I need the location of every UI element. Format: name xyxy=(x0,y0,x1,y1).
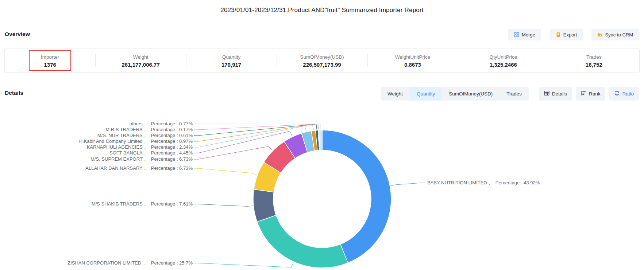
stat-value: 0.8673 xyxy=(404,62,421,68)
ratio-icon xyxy=(614,90,620,97)
pie-label: SOFT BANGLA，Percentage : 4.45% xyxy=(109,150,193,156)
importer-highlight-box xyxy=(29,50,71,71)
pie-label-percentage: Percentage : 6.73% xyxy=(151,156,193,162)
details-heading: Details xyxy=(5,90,23,96)
pie-label-name: M/S. NUR TRADERS， xyxy=(97,133,147,138)
pie-leader-line xyxy=(391,183,425,186)
page-title: 2023/01/01-2023/12/31,Product AND"fruit"… xyxy=(0,7,644,14)
overview-actions: Merge Export Sync to CRM xyxy=(508,29,639,40)
stat-label: Trades xyxy=(586,54,602,60)
merge-button[interactable]: Merge xyxy=(508,29,541,40)
details-view-button[interactable]: Details xyxy=(539,87,572,101)
stat-value: 261,177,006.77 xyxy=(122,62,159,68)
stat-label: QtyUnitPrice xyxy=(489,54,517,60)
pie-label-name: M/S SHAKIB TRADERS， xyxy=(92,201,147,207)
pie-label: M/S. SUPREM EXPORT，Percentage : 6.73% xyxy=(90,156,193,163)
pie-label-name: M.R.S TRADERS， xyxy=(105,127,147,132)
pie-label-percentage: Percentage : 0.97% xyxy=(151,138,193,144)
tab-weight[interactable]: Weight xyxy=(381,87,410,101)
pie-leader-line xyxy=(194,124,317,136)
stat-label: Quantity xyxy=(222,54,240,60)
pie-label-percentage: Percentage : 0.61% xyxy=(151,133,193,138)
pie-label-name: BABY NUTRITION LIMITED， xyxy=(427,180,492,185)
overview-heading: Overview xyxy=(5,31,30,38)
stat-sum-of-money: SumOfMoney(USD) 226,507,173.99 xyxy=(277,48,367,73)
stat-weight: Weight 261,177,006.77 xyxy=(95,48,186,73)
pie-chart-svg xyxy=(0,102,644,270)
pie-label-name: ZISHAN CORPORATION LIMITED.， xyxy=(68,260,147,266)
pie-label-percentage: Percentage : 6.73% xyxy=(151,165,193,171)
pie-leader-line xyxy=(194,262,293,267)
pie-label-name: H.Kabir And Company Limited， xyxy=(79,138,147,144)
stat-trades: Trades 16,752 xyxy=(549,48,639,73)
pie-label-percentage: Percentage : 7.61% xyxy=(151,201,193,207)
pie-label-percentage: Percentage : 0.77% xyxy=(151,121,193,126)
overview-stats-card: Importer 1376 Weight 261,177,006.77 Quan… xyxy=(4,48,640,73)
pie-leader-line xyxy=(194,168,257,175)
stat-label: Importer xyxy=(41,54,59,60)
pie-label: ZISHAN CORPORATION LIMITED.，Percentage :… xyxy=(68,260,193,266)
stat-qty-unit-price: QtyUnitPrice 1,325.2466 xyxy=(458,48,548,73)
export-button[interactable]: Export xyxy=(550,29,583,40)
merge-button-label: Merge xyxy=(522,32,535,38)
pie-label-name: M/S. SUPREM EXPORT， xyxy=(90,156,147,162)
pie-label-percentage: Percentage : 0.17% xyxy=(151,127,193,132)
pie-leader-line xyxy=(194,204,253,206)
pie-label-name: KARNAPHULI AGENCIES， xyxy=(87,144,147,150)
sync-to-crm-button[interactable]: Sync to CRM xyxy=(591,29,639,40)
table-icon xyxy=(544,90,549,97)
pie-label: BABY NUTRITION LIMITED，Percentage : 43.9… xyxy=(427,180,540,186)
export-button-label: Export xyxy=(563,32,577,38)
tab-sum-of-money[interactable]: SumOfMoney(USD) xyxy=(442,87,500,101)
pie-label: H.Kabir And Company Limited，Percentage :… xyxy=(79,138,193,145)
stat-weight-unit-price: WeightUnitPrice 0.8673 xyxy=(367,48,458,73)
pie-label-percentage: Percentage : 43.92% xyxy=(495,180,540,185)
pie-label-name: ALLAHAR DAN NARSARY， xyxy=(85,165,147,171)
details-controls: Weight Quantity SumOfMoney(USD) Trades D… xyxy=(381,87,639,101)
ratio-view-button[interactable]: Ratio xyxy=(609,87,639,101)
pie-label: others，Percentage : 0.77% xyxy=(130,121,193,127)
importer-ratio-donut-chart: BABY NUTRITION LIMITED，Percentage : 43.9… xyxy=(0,102,644,270)
stat-label: Weight xyxy=(133,54,149,60)
rank-view-button-label: Rank xyxy=(589,91,601,97)
details-view-button-label: Details xyxy=(552,91,567,97)
pie-label-name: SOFT BANGLA， xyxy=(109,150,147,156)
stat-value: 170,917 xyxy=(221,62,241,68)
stat-value: 1,325.2466 xyxy=(490,62,517,68)
merge-icon xyxy=(514,32,519,37)
sync-to-crm-button-label: Sync to CRM xyxy=(605,32,633,38)
sync-crm-icon xyxy=(597,32,602,37)
view-button-group: Details Rank xyxy=(539,87,639,101)
pie-label: M/S SHAKIB TRADERS，Percentage : 7.61% xyxy=(92,201,193,207)
stat-label: WeightUnitPrice xyxy=(395,54,431,60)
stat-importer: Importer 1376 xyxy=(5,48,95,73)
tab-trades[interactable]: Trades xyxy=(500,87,529,101)
stat-quantity: Quantity 170,917 xyxy=(186,48,277,73)
rank-icon xyxy=(581,90,586,97)
pie-segment[interactable] xyxy=(257,215,348,268)
pie-leader-line xyxy=(194,146,272,159)
pie-label-percentage: Percentage : 2.34% xyxy=(151,144,193,150)
export-icon xyxy=(556,32,561,37)
pie-label: M/S. NUR TRADERS，Percentage : 0.61% xyxy=(97,132,193,139)
metric-tab-group: Weight Quantity SumOfMoney(USD) Trades xyxy=(381,87,529,101)
pie-label: KARNAPHULI AGENCIES，Percentage : 2.34% xyxy=(87,144,193,150)
pie-segment[interactable] xyxy=(322,130,391,263)
pie-label-percentage: Percentage : 25.7% xyxy=(151,260,193,266)
pie-label-name: others， xyxy=(130,121,147,126)
pie-label-percentage: Percentage : 4.45% xyxy=(151,150,193,156)
pie-label: ALLAHAR DAN NARSARY，Percentage : 6.73% xyxy=(85,165,193,172)
tab-quantity[interactable]: Quantity xyxy=(410,87,442,101)
stat-value: 226,507,173.99 xyxy=(303,62,341,68)
stat-value: 16,752 xyxy=(586,62,602,68)
pie-label: M.R.S TRADERS，Percentage : 0.17% xyxy=(105,126,193,133)
ratio-view-button-label: Ratio xyxy=(622,91,634,97)
stat-label: SumOfMoney(USD) xyxy=(300,54,344,60)
stat-value: 1376 xyxy=(44,62,56,68)
rank-view-button[interactable]: Rank xyxy=(576,87,606,101)
